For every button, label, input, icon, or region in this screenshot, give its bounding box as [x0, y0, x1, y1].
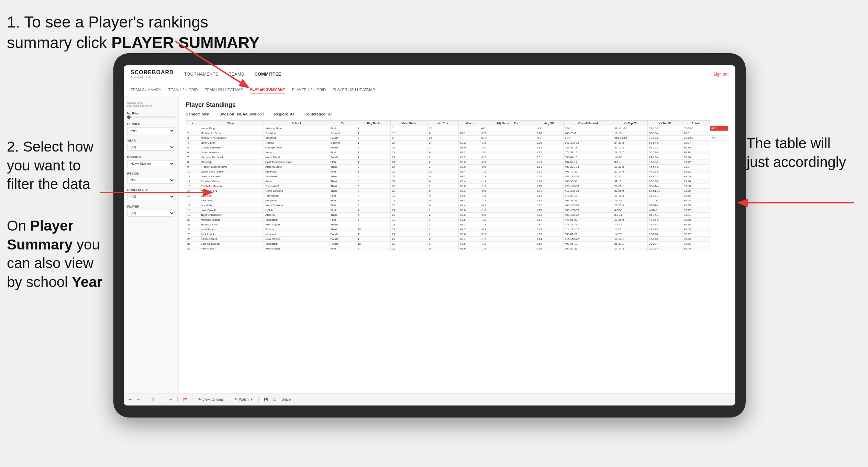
table-row: 25Cole SherwoodVanderbiltFourth1223169.5… — [186, 242, 728, 246]
nav-committee[interactable]: COMMITTEE — [255, 70, 281, 78]
gender-select[interactable]: Men — [127, 127, 175, 134]
table-cell: 674-33-12 — [563, 150, 613, 155]
watch-btn[interactable]: 👁 Watch ▼ — [234, 398, 254, 401]
table-cell: 24 — [391, 232, 427, 237]
paste-btn[interactable]: 📄 — [159, 398, 164, 401]
undo-btn[interactable]: ↩ — [129, 398, 132, 401]
table-cell: 26-32-2 — [647, 193, 682, 198]
table-cell: 21 — [391, 174, 427, 179]
table-cell: Fifth — [329, 198, 356, 203]
no-rds-slider[interactable] — [127, 116, 175, 118]
table-cell: 0 — [427, 189, 459, 193]
table-cell: 1.50 — [535, 174, 563, 179]
table-cell: 8 — [356, 198, 390, 203]
table-cell: Phichakn Maichon — [199, 184, 264, 189]
table-row: 13Phichakn MaichonTexas A&MThird630169.0… — [186, 184, 728, 189]
table-cell: 23 — [186, 232, 199, 237]
table-cell: 69.0 — [459, 165, 480, 169]
table-cell: 12-18-3 — [647, 160, 682, 165]
table-cell: 20 — [391, 203, 427, 208]
table-cell: 68.4 — [459, 179, 480, 184]
table-cell: -2.0 — [480, 150, 535, 155]
table-cell: 1 — [356, 141, 390, 145]
year-select[interactable]: (All) — [127, 144, 175, 151]
table-cell: 258-86-13 — [613, 136, 647, 141]
col-no-rds: No. Rds. — [427, 121, 459, 126]
table-cell: 562-82-23 — [563, 246, 613, 251]
share-btn[interactable]: Share — [281, 398, 291, 401]
table-cell: North Carolina — [264, 203, 329, 208]
table-row: 18Luke PowellUCLAFirst424169.0-1.81.1350… — [186, 208, 728, 213]
table-cell: -2.5 — [480, 160, 535, 165]
nav-teams[interactable]: TEAMS — [229, 70, 244, 78]
table-cell: Fifth — [329, 203, 356, 208]
table-cell: Third — [329, 174, 356, 179]
table-cell: 1.66 — [535, 193, 563, 198]
sub-nav-player-h2h-grid[interactable]: PLAYER H2H GRID — [292, 86, 326, 93]
clock-btn[interactable]: ⏰ — [183, 398, 187, 401]
sub-nav-player-summary[interactable]: PLAYER SUMMARY — [250, 86, 285, 93]
view-label: View: Original — [202, 398, 224, 401]
table-cell: 1.92 — [535, 198, 563, 203]
division-select[interactable]: NCAA Division I — [127, 160, 175, 167]
table-cell: 63-54-6 — [647, 141, 682, 145]
table-cell: 80.68 — [682, 227, 710, 232]
sub-nav-player-h2h-heatmap[interactable]: PLAYER H2H HEATMAP — [333, 86, 375, 93]
copy-btn[interactable]: 📋 — [150, 398, 154, 401]
filter-region: Region: All — [274, 112, 294, 116]
table-cell: Fourth — [329, 145, 356, 150]
col-school: School — [264, 121, 329, 126]
table-cell: 68.6 — [459, 246, 480, 251]
table-cell: 6 — [186, 150, 199, 155]
table-cell: 7 — [356, 189, 390, 193]
more-btn[interactable]: ⋯ — [169, 398, 172, 401]
table-cell: 1 — [186, 126, 199, 131]
redo-btn[interactable]: ↪ — [137, 398, 140, 401]
sub-nav-team-summary[interactable]: TEAM SUMMARY — [131, 86, 162, 93]
table-cell: 698-64-13 — [563, 155, 613, 160]
toolbar-sep-2 — [177, 397, 178, 402]
conference-select[interactable]: (All) — [127, 193, 175, 200]
player-select[interactable]: (All) — [127, 210, 175, 216]
table-cell: 38-44-4 — [647, 184, 682, 189]
sign-out-link[interactable]: Sign out — [713, 72, 728, 77]
table-cell: 24 — [391, 160, 427, 165]
col-avg-sg: Avg SG — [535, 121, 563, 126]
region-select[interactable]: N/A — [127, 177, 175, 184]
table-cell: 0 — [427, 203, 459, 208]
view-btn[interactable]: 👁 View: Original — [198, 398, 224, 401]
table-cell: Third — [329, 165, 356, 169]
table-cell: Auburn — [264, 179, 329, 184]
table-cell: 1 — [356, 160, 390, 165]
nav-tournaments[interactable]: TOURNAMENTS — [184, 70, 219, 78]
sub-nav-team-h2h-heatmap[interactable]: TEAM H2H HEATMAP — [205, 86, 243, 93]
table-cell: Fourth — [329, 242, 356, 246]
table-cell: Petr Hruby — [199, 246, 264, 251]
table-cell: 80.95 — [682, 242, 710, 246]
table-cell: 547-142-38 — [563, 141, 613, 145]
table-cell: 7 — [356, 246, 390, 251]
table-cell: 0.96 — [535, 213, 563, 218]
table-cell: -0.5 — [480, 189, 535, 193]
export-btn[interactable]: 💾 — [264, 398, 268, 401]
table-cell: 17 — [186, 203, 199, 208]
table-cell: 21 — [186, 222, 199, 227]
table-cell: 387-133-18 — [563, 174, 613, 179]
sub-nav-team-h2h-grid[interactable]: TEAM H2H GRID — [168, 86, 198, 93]
table-cell: 1 — [356, 131, 390, 136]
table-cell: 12 — [356, 242, 390, 246]
table-cell: Washington — [264, 222, 329, 227]
table-cell: 80.35 — [682, 203, 710, 208]
sidebar-region: Region N/A — [127, 172, 175, 184]
table-cell: 0 — [427, 193, 459, 198]
table-cell: Maxwell Ford — [199, 189, 264, 193]
table-cell: 8 — [186, 160, 199, 165]
table-cell: 26-23-1 — [613, 242, 647, 246]
col-player: Player — [199, 121, 264, 126]
table-cell: Fifth — [329, 218, 356, 222]
table-cell: 1 — [459, 136, 480, 141]
table-cell: -3.2 — [535, 126, 563, 131]
fullscreen-btn[interactable]: ❐ — [273, 398, 276, 401]
toolbar-sep-5 — [258, 397, 259, 402]
watch-label: Watch — [239, 398, 249, 401]
